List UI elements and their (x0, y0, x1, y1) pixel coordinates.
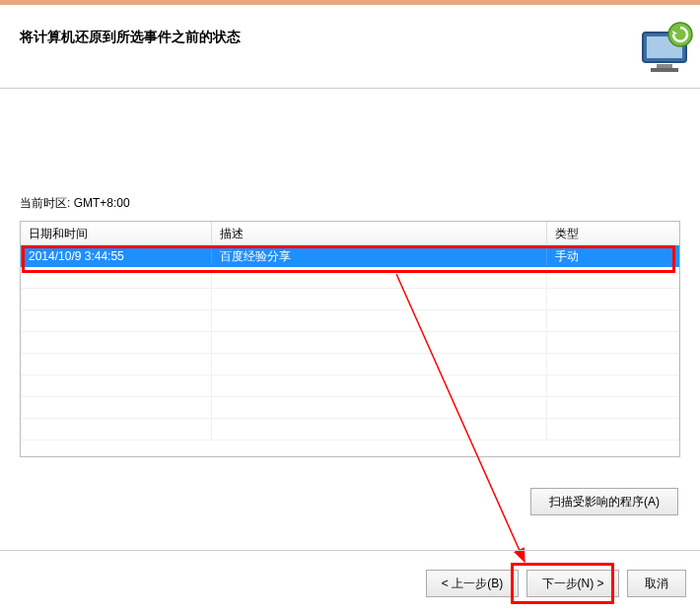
table-row-empty (21, 354, 679, 375)
table-row-empty (21, 310, 679, 332)
table-row-empty (21, 419, 679, 441)
svg-rect-3 (651, 68, 678, 72)
divider (0, 550, 700, 551)
back-button[interactable]: < 上一步(B) (426, 570, 519, 597)
page-title: 将计算机还原到所选事件之前的状态 (20, 29, 241, 64)
title-area: 将计算机还原到所选事件之前的状态 (0, 5, 700, 89)
svg-rect-2 (657, 64, 672, 68)
table-header-date[interactable]: 日期和时间 (21, 222, 212, 244)
restore-monitor-icon (637, 21, 700, 79)
cell-desc: 百度经验分享 (212, 248, 548, 265)
timezone-label: 当前时区: GMT+8:00 (20, 195, 130, 212)
next-button[interactable]: 下一步(N) > (526, 570, 619, 597)
table-row-empty (21, 267, 679, 289)
table-row-empty (21, 332, 679, 354)
table-body: 2014/10/9 3:44:55 百度经验分享 手动 (21, 245, 679, 441)
cancel-button[interactable]: 取消 (627, 570, 686, 597)
cell-type: 手动 (547, 248, 679, 265)
table-header: 日期和时间 描述 类型 (21, 222, 679, 245)
cell-date: 2014/10/9 3:44:55 (21, 249, 212, 263)
table-row[interactable]: 2014/10/9 3:44:55 百度经验分享 手动 (21, 245, 679, 267)
svg-point-4 (668, 23, 692, 46)
table-header-type[interactable]: 类型 (547, 222, 679, 244)
table-row-empty (21, 375, 679, 397)
button-row: < 上一步(B) 下一步(N) > 取消 (0, 570, 700, 597)
table-row-empty (21, 289, 679, 310)
restore-point-table[interactable]: 日期和时间 描述 类型 2014/10/9 3:44:55 百度经验分享 手动 (20, 221, 680, 457)
table-row-empty (21, 397, 679, 419)
scan-programs-button[interactable]: 扫描受影响的程序(A) (530, 488, 678, 515)
table-header-desc[interactable]: 描述 (212, 222, 548, 244)
